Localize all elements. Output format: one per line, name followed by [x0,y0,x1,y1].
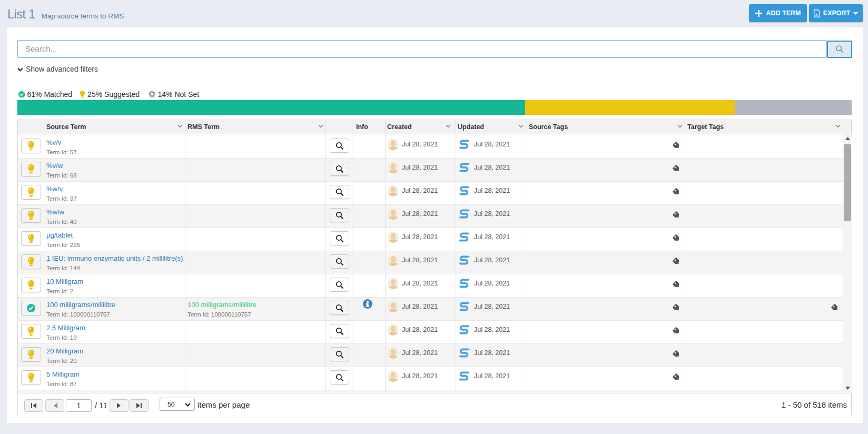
svg-text:x: x [815,12,818,16]
